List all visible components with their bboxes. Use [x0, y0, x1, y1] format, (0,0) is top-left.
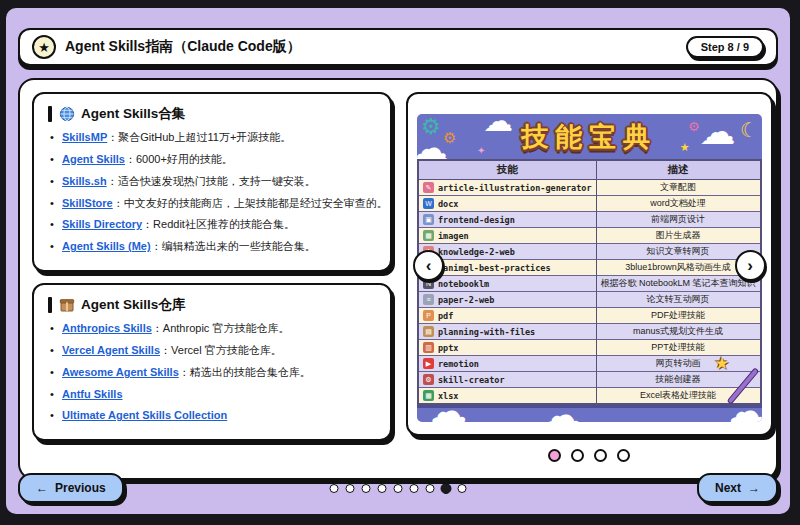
poster-title: 技能宝典 [417, 119, 762, 155]
pdf-doc-icon: P [423, 310, 434, 321]
left-column: Agent Skills合集 SkillsMP：聚合GitHub上超过11万+开… [32, 92, 392, 466]
next-button[interactable]: Next → [697, 473, 778, 503]
link-agent-skills[interactable]: Agent Skills [62, 153, 125, 165]
link-skillstore[interactable]: SkillStore [62, 197, 113, 209]
link-agent-skills-me[interactable]: Agent Skills (Me) [62, 240, 151, 252]
left-arrow-icon: ← [36, 481, 48, 495]
table-row: ▤planning-with-filesmanus式规划文件生成 [418, 324, 761, 340]
previous-button[interactable]: ← Previous [18, 473, 124, 503]
page-title: Agent Skills指南（Claude Code版） [65, 38, 301, 56]
list-item: Skills.sh：适合快速发现热门技能，支持一键安装。 [48, 174, 376, 189]
step-dot-5[interactable] [394, 484, 403, 493]
list-item: Awesome Agent Skills：精选出的技能合集仓库。 [48, 365, 376, 380]
carousel-next-button[interactable]: › [735, 250, 766, 281]
step-dot-7[interactable] [426, 484, 435, 493]
skills-poster-image: ☁ ☁ ☁ ☁ ☁ ☁ ⚙ ⚙ ⚙ ⚙ ⚙ ☾ ✦ ★ ★ ★ ★ [417, 114, 762, 422]
step-dot-9[interactable] [458, 484, 467, 493]
footer-nav: ← Previous Next → [18, 473, 778, 503]
table-row: ▶remotion网页转动画 [418, 356, 761, 372]
step-dot-1[interactable] [330, 484, 339, 493]
step-dot-2[interactable] [346, 484, 355, 493]
card-title: Agent Skills合集 [81, 105, 185, 123]
wand-star-icon: ★ [714, 353, 729, 374]
card-title: Agent Skills仓库 [81, 296, 185, 314]
step-dot-6[interactable] [410, 484, 419, 493]
step-dot-4[interactable] [378, 484, 387, 493]
table-row: Nnotebooklm根据谷歌 NotebookLM 笔记本查询知识 [418, 276, 761, 292]
carousel-dot-3[interactable] [594, 449, 607, 462]
list-item: Agent Skills (Me)：编辑精选出来的一些技能合集。 [48, 239, 376, 254]
list-item: Antfu Skills [48, 387, 376, 402]
title-bar-accent [48, 297, 52, 313]
skills-table: 技能 描述 ✎article-illustration-generator文章配… [417, 159, 762, 405]
collections-list: SkillsMP：聚合GitHub上超过11万+开源技能。 Agent Skil… [48, 130, 376, 254]
table-row: PpdfPDF处理技能 [418, 308, 761, 324]
package-icon [59, 297, 75, 313]
presentation-icon: ▥ [423, 342, 434, 353]
chevron-left-icon: ‹ [426, 256, 432, 276]
link-awesome-agent-skills[interactable]: Awesome Agent Skills [62, 366, 179, 378]
factory-icon: ⚙ [423, 374, 434, 385]
link-skills-sh[interactable]: Skills.sh [62, 175, 107, 187]
carousel-dot-4[interactable] [617, 449, 630, 462]
title-bar-accent [48, 106, 52, 122]
picture-icon: ▦ [423, 230, 434, 241]
list-item: Skills Directory：Reddit社区推荐的技能合集。 [48, 217, 376, 232]
table-row: ≡paper-2-web论文转互动网页 [418, 292, 761, 308]
table-row: ▦imagen图片生成器 [418, 228, 761, 244]
folder-files-icon: ▤ [423, 326, 434, 337]
table-row: ✎article-illustration-generator文章配图 [418, 180, 761, 196]
list-item: Agent Skills：6000+好用的技能。 [48, 152, 376, 167]
table-row: ▦xlsxExcel表格处理技能 [418, 388, 761, 405]
link-antfu-skills[interactable]: Antfu Skills [62, 388, 123, 400]
window-frame: ★ Agent Skills指南（Claude Code版） Step 8 / … [0, 0, 800, 525]
carousel: ☁ ☁ ☁ ☁ ☁ ☁ ⚙ ⚙ ⚙ ⚙ ⚙ ☾ ✦ ★ ★ ★ ★ [406, 92, 773, 466]
step-badge: Step 8 / 9 [686, 36, 764, 58]
paper-icon: ≡ [423, 294, 434, 305]
spreadsheet-icon: ▦ [423, 390, 434, 401]
browser-window-icon: ▣ [423, 214, 434, 225]
carousel-dots [548, 449, 630, 462]
card-skills-collections: Agent Skills合集 SkillsMP：聚合GitHub上超过11万+开… [32, 92, 392, 272]
step-progress-dots [330, 484, 467, 493]
step-dot-8[interactable] [441, 483, 452, 494]
content-panel: Agent Skills合集 SkillsMP：聚合GitHub上超过11万+开… [18, 78, 778, 480]
list-item: Ultimate Agent Skills Collection [48, 408, 376, 423]
card-title-row: Agent Skills合集 [48, 105, 376, 123]
table-row: ▶manimgl-best-practices3blue1brown风格动画生成 [418, 260, 761, 276]
play-video-icon: ▶ [423, 358, 434, 369]
carousel-image-card: ☁ ☁ ☁ ☁ ☁ ☁ ⚙ ⚙ ⚙ ⚙ ⚙ ☾ ✦ ★ ★ ★ ★ [406, 92, 773, 436]
repos-list: Anthropics Skills：Anthropic 官方技能仓库。 Verc… [48, 321, 376, 423]
list-item: Anthropics Skills：Anthropic 官方技能仓库。 [48, 321, 376, 336]
carousel-dot-1[interactable] [548, 449, 561, 462]
star-logo-icon: ★ [32, 35, 56, 59]
link-skillsmp[interactable]: SkillsMP [62, 131, 107, 143]
table-row: ⚙skill-creator技能创建器 [418, 372, 761, 388]
globe-icon [59, 106, 75, 122]
card-title-row: Agent Skills仓库 [48, 296, 376, 314]
table-row: ▣frontend-design前端网页设计 [418, 212, 761, 228]
header-bar: ★ Agent Skills指南（Claude Code版） Step 8 / … [18, 28, 778, 66]
list-item: SkillStore：中文友好的技能商店，上架技能都是经过安全审查的。 [48, 196, 376, 211]
table-row: Wdocxword文档处理 [418, 196, 761, 212]
right-arrow-icon: → [748, 481, 760, 495]
card-skills-repos: Agent Skills仓库 Anthropics Skills：Anthrop… [32, 283, 392, 441]
slide-page: ★ Agent Skills指南（Claude Code版） Step 8 / … [6, 8, 790, 514]
carousel-dot-2[interactable] [571, 449, 584, 462]
table-row: ▥pptxPPT处理技能 [418, 340, 761, 356]
list-item: Vercel Agent Skills：Vercel 官方技能仓库。 [48, 343, 376, 358]
column-header-skill: 技能 [418, 160, 596, 180]
link-ultimate-agent-skills[interactable]: Ultimate Agent Skills Collection [62, 409, 227, 421]
chevron-right-icon: › [747, 256, 753, 276]
link-skills-directory[interactable]: Skills Directory [62, 218, 142, 230]
link-anthropics-skills[interactable]: Anthropics Skills [62, 322, 152, 334]
palette-icon: ✎ [423, 182, 434, 193]
column-header-desc: 描述 [596, 160, 761, 180]
table-row: ✱knowledge-2-web知识文章转网页 [418, 244, 761, 260]
list-item: SkillsMP：聚合GitHub上超过11万+开源技能。 [48, 130, 376, 145]
word-doc-icon: W [423, 198, 434, 209]
link-vercel-agent-skills[interactable]: Vercel Agent Skills [62, 344, 160, 356]
step-dot-3[interactable] [362, 484, 371, 493]
